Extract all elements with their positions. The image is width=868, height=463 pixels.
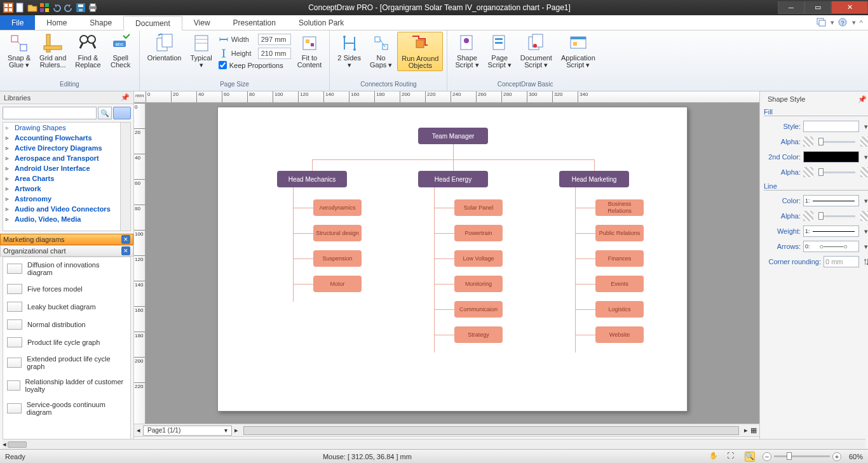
width-field[interactable]: Width297 mm	[219, 33, 291, 46]
help-icon[interactable]: ?	[838, 18, 848, 28]
lib-item[interactable]: Active Directory Diagrams	[3, 143, 130, 153]
spell-check-button[interactable]: abcSpell Check	[106, 32, 135, 70]
open-icon[interactable]	[27, 2, 38, 13]
collapse-ribbon-icon[interactable]: ^	[860, 19, 863, 27]
page-tab[interactable]: Page1 (1/1)▾	[143, 426, 232, 436]
org-node[interactable]: Business Relations	[595, 199, 644, 216]
typical-button[interactable]: Typical ▾	[186, 32, 215, 70]
shape-item[interactable]: Normal distribution	[3, 316, 130, 333]
zoom-control[interactable]: − +	[763, 452, 841, 461]
zoom-out-button[interactable]: −	[763, 452, 771, 461]
library-toggle-button[interactable]	[113, 107, 131, 119]
print-icon[interactable]	[87, 2, 98, 13]
alpha2-row[interactable]: Alpha:	[764, 164, 868, 180]
pin-icon[interactable]: 📌	[858, 95, 867, 104]
runaround-button[interactable]: Run Around Objects	[397, 32, 443, 71]
zoom-select-icon[interactable]: 🔍	[745, 452, 755, 462]
weight-row[interactable]: Weight:1:▾	[764, 224, 868, 239]
lib-item[interactable]: Audio, Video, Media	[3, 214, 130, 224]
org-node[interactable]: Communicaion	[454, 301, 503, 318]
color-row[interactable]: Color:1:▾	[764, 193, 868, 208]
split-icon[interactable]: ▦	[750, 426, 757, 434]
2sides-button[interactable]: 2 Sides ▾	[334, 32, 365, 70]
shape-item[interactable]: Five forces model	[3, 280, 130, 298]
alpha3-row[interactable]: Alpha:	[764, 208, 868, 224]
dropdown-icon[interactable]: ▾	[831, 18, 834, 27]
org-node[interactable]: Head Mechanics	[277, 171, 347, 187]
redo-icon[interactable]	[63, 2, 74, 13]
close-icon[interactable]: ✕	[121, 235, 130, 244]
org-node[interactable]: Public Relations	[595, 225, 644, 241]
fit-icon[interactable]: ⛶	[727, 452, 737, 462]
corner-row[interactable]: Corner rounding:0 mm⮁	[764, 254, 868, 269]
style-row[interactable]: Style:▾	[764, 119, 868, 134]
lib-item[interactable]: Area Charts	[3, 173, 130, 184]
save-icon[interactable]	[75, 2, 86, 13]
shape-item[interactable]: Extended product life cycle graph	[3, 351, 130, 374]
shape-script-button[interactable]: Shape Script ▾	[451, 32, 482, 70]
search-icon[interactable]: 🔍	[98, 107, 112, 119]
org-node[interactable]: Finances	[595, 250, 644, 267]
grid-rulers-button[interactable]: Grid and Rulers...	[36, 32, 70, 70]
org-node[interactable]: Structural design	[313, 225, 362, 241]
library-search-input[interactable]	[3, 107, 97, 119]
lib-item[interactable]: Aerospace and Transport	[3, 153, 130, 163]
prev-page-icon[interactable]: ◂	[137, 426, 140, 434]
next-page-icon[interactable]: ▸	[234, 426, 238, 434]
org-node[interactable]: Team Manager	[418, 128, 488, 144]
dropdown-icon[interactable]: ▾	[852, 18, 856, 27]
hand-icon[interactable]: ✋	[709, 452, 719, 462]
shape-item[interactable]: Service-goods continuum diagram	[3, 397, 130, 420]
org-node[interactable]: Strategy	[454, 326, 503, 343]
file-tab[interactable]: File	[0, 15, 35, 30]
library-section-org[interactable]: Organizational chart✕	[0, 245, 133, 257]
close-button[interactable]: ✕	[831, 1, 868, 14]
snap-glue-button[interactable]: Snap & Glue ▾	[4, 32, 34, 70]
page[interactable]: Team Manager Head Mechanics Head Energy …	[217, 107, 688, 412]
shape-item[interactable]: Diffusion of innovations diagram	[3, 257, 130, 280]
application-script-button[interactable]: Application Script ▾	[557, 32, 599, 70]
alpha-row[interactable]: Alpha:	[764, 134, 868, 149]
scroll-right-icon[interactable]: ▸	[744, 426, 748, 434]
org-node[interactable]: Website	[595, 326, 644, 343]
document-script-button[interactable]: Document Script ▾	[517, 32, 556, 70]
tab-shape[interactable]: Shape	[78, 15, 123, 30]
close-icon[interactable]: ✕	[121, 246, 130, 255]
height-field[interactable]: Height210 mm	[219, 47, 291, 60]
undo-icon[interactable]	[51, 2, 62, 13]
org-node[interactable]: Head Energy	[418, 171, 488, 187]
templates-icon[interactable]	[39, 2, 50, 13]
org-node[interactable]: Head Marketing	[559, 171, 629, 187]
org-node[interactable]: Aerodynamics	[313, 199, 362, 216]
tab-solution-park[interactable]: Solution Park	[287, 15, 355, 30]
lib-item[interactable]: Accounting Flowcharts	[3, 133, 130, 143]
org-node[interactable]: Monitoring	[454, 276, 503, 292]
page-script-button[interactable]: Page Script ▾	[484, 32, 515, 70]
lib-item[interactable]: Drawing Shapes	[3, 123, 130, 133]
window-list-icon[interactable]	[817, 18, 827, 28]
scrollbar[interactable]: ◂	[3, 439, 865, 449]
org-node[interactable]: Motor	[313, 276, 362, 292]
keep-proportions-check[interactable]: Keep Proportions	[219, 61, 291, 69]
org-node[interactable]: Logistics	[595, 301, 644, 318]
orientation-button[interactable]: Orientation	[144, 32, 186, 63]
tab-document[interactable]: Document	[123, 16, 182, 30]
maximize-button[interactable]: ▭	[804, 1, 831, 14]
app-icon[interactable]	[3, 2, 14, 13]
lib-item[interactable]: Astronomy	[3, 194, 130, 204]
pin-icon[interactable]: 📌	[121, 93, 130, 102]
arrows-row[interactable]: Arrows:0:○────○▾	[764, 239, 868, 254]
tab-home[interactable]: Home	[35, 15, 78, 30]
find-replace-button[interactable]: Find & Replace	[71, 32, 104, 70]
org-node[interactable]: Powertrain	[454, 225, 503, 241]
lib-item[interactable]: Audio and Video Connectors	[3, 204, 130, 214]
nogaps-button[interactable]: No Gaps ▾	[366, 32, 396, 70]
library-section-marketing[interactable]: Marketing diagrams✕	[0, 234, 133, 245]
tab-view[interactable]: View	[182, 15, 222, 30]
zoom-in-button[interactable]: +	[832, 452, 841, 461]
scrollbar[interactable]	[120, 123, 130, 231]
org-node[interactable]: Suspension	[313, 250, 362, 267]
shape-item[interactable]: Product life cycle graph	[3, 333, 130, 351]
scrollbar[interactable]	[243, 426, 739, 435]
2ndcolor-row[interactable]: 2nd Color:▾	[764, 149, 868, 164]
